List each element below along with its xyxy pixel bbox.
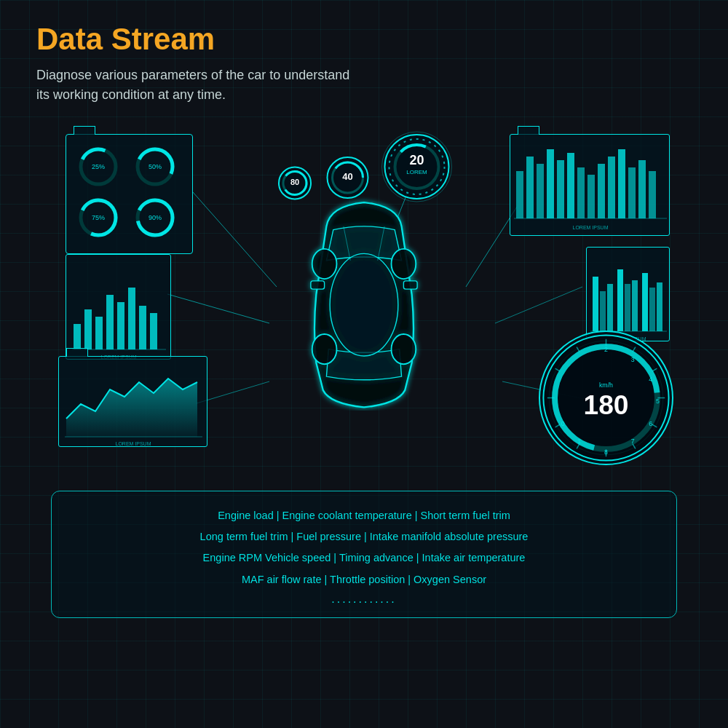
svg-text:km/h: km/h [599, 381, 613, 389]
svg-text:6: 6 [649, 420, 652, 427]
svg-rect-50 [632, 280, 638, 331]
svg-rect-53 [657, 282, 662, 331]
svg-text:LOREM IPSUM: LOREM IPSUM [572, 225, 608, 230]
svg-rect-78 [403, 281, 417, 289]
svg-line-1 [167, 294, 269, 323]
svg-rect-47 [607, 284, 613, 331]
svg-rect-19 [74, 324, 81, 349]
info-row-1: Engine load | Engine coolant temperature… [69, 507, 659, 524]
svg-rect-30 [526, 157, 534, 218]
right-vbar-panel: LOREM IPSUM [586, 247, 670, 341]
svg-rect-31 [537, 164, 544, 218]
gauge-90: 90% [133, 196, 177, 240]
svg-text:8: 8 [604, 448, 608, 456]
speedometer-svg: 2 3 4 5 6 7 8 1 0 km/h 180 [539, 332, 673, 464]
main-content: Data Stream Diagnose various parameters … [0, 0, 728, 633]
svg-text:180: 180 [584, 389, 629, 420]
svg-rect-36 [587, 175, 595, 218]
info-row-3: Engine RPM Vehicle speed | Timing advanc… [69, 550, 659, 566]
svg-rect-38 [608, 157, 615, 218]
svg-rect-42 [649, 171, 656, 218]
svg-text:5: 5 [656, 397, 660, 405]
svg-rect-52 [649, 288, 655, 331]
svg-line-5 [495, 287, 582, 323]
car-image [262, 192, 466, 411]
svg-text:20: 20 [409, 153, 424, 167]
svg-point-80 [392, 249, 416, 279]
svg-point-74 [330, 253, 398, 356]
svg-rect-77 [311, 281, 325, 289]
svg-point-82 [392, 334, 416, 364]
gauge-75: 75% [76, 196, 120, 240]
area-chart-panel: LOREM IPSUM [58, 356, 207, 447]
left-bar-chart-panel: LOREM IPSUM [66, 254, 171, 360]
svg-text:40: 40 [342, 171, 352, 182]
svg-rect-51 [642, 273, 648, 331]
visualization-area: 25% 50% 75% [51, 119, 677, 483]
svg-rect-35 [577, 167, 585, 218]
svg-text:50%: 50% [148, 163, 161, 170]
svg-rect-24 [128, 288, 135, 349]
info-row-4: MAF air flow rate | Throttle position | … [69, 571, 659, 588]
subtitle: Diagnose various parameters of the car t… [36, 66, 692, 105]
top-right-bar-panel: LOREM IPSUM [510, 134, 670, 236]
top-right-bar-chart: LOREM IPSUM [510, 135, 670, 237]
info-row-2: Long term fuel trim | Fuel pressure | In… [69, 529, 659, 545]
info-dots: ............ [69, 593, 659, 606]
left-bar-chart: LOREM IPSUM [66, 255, 172, 360]
svg-text:7: 7 [631, 438, 635, 445]
svg-text:1: 1 [577, 438, 581, 445]
svg-rect-23 [117, 302, 124, 349]
svg-text:LOREM IPSUM: LOREM IPSUM [115, 441, 151, 446]
svg-marker-56 [66, 379, 197, 437]
svg-text:3: 3 [631, 356, 635, 363]
svg-text:0: 0 [561, 420, 565, 427]
svg-text:4: 4 [649, 376, 652, 383]
svg-text:90%: 90% [148, 214, 161, 221]
panel-tab [74, 126, 95, 135]
svg-rect-20 [84, 309, 92, 349]
area-panel-tab [66, 348, 88, 357]
svg-rect-25 [139, 306, 146, 349]
svg-text:80: 80 [290, 178, 299, 186]
svg-text:25%: 25% [92, 163, 105, 170]
gauge-25: 25% [76, 145, 120, 189]
circles-grid: 25% 50% 75% [66, 135, 192, 250]
speedometer-panel: 2 3 4 5 6 7 8 1 0 km/h 180 [539, 331, 673, 465]
svg-point-81 [312, 334, 337, 364]
svg-rect-33 [557, 160, 564, 218]
svg-rect-22 [106, 295, 114, 349]
svg-text:75%: 75% [92, 214, 105, 221]
svg-rect-46 [600, 291, 606, 331]
svg-rect-45 [593, 277, 598, 331]
svg-rect-41 [638, 160, 646, 218]
circle-gauges-panel: 25% 50% 75% [66, 134, 193, 254]
top-right-panel-tab [518, 126, 539, 135]
area-chart: LOREM IPSUM [59, 357, 208, 448]
svg-text:2: 2 [604, 346, 608, 353]
svg-rect-26 [150, 313, 157, 349]
svg-point-79 [312, 249, 337, 279]
svg-rect-34 [567, 153, 574, 218]
svg-rect-21 [95, 317, 103, 349]
gauge-50: 50% [133, 145, 177, 189]
svg-rect-32 [547, 149, 554, 218]
svg-rect-39 [618, 149, 625, 218]
svg-rect-49 [625, 284, 630, 331]
page-title: Data Stream [36, 22, 692, 57]
right-vbar-chart: LOREM IPSUM [587, 248, 670, 342]
svg-rect-40 [628, 167, 636, 218]
info-box: Engine load | Engine coolant temperature… [51, 491, 677, 618]
svg-rect-29 [516, 171, 523, 218]
svg-rect-37 [598, 164, 605, 218]
svg-text:LOREM: LOREM [406, 169, 427, 175]
svg-rect-48 [617, 269, 623, 331]
